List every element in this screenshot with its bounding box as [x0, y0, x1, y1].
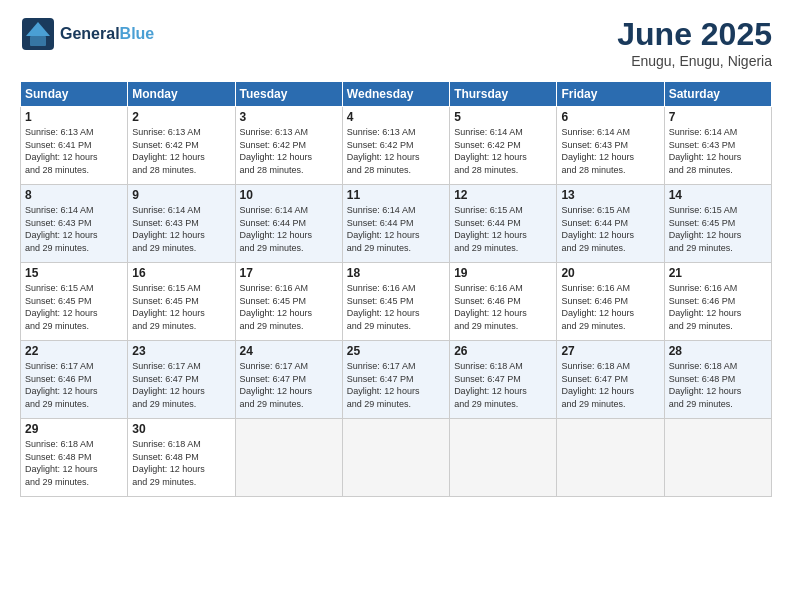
calendar-cell: 11 Sunrise: 6:14 AMSunset: 6:44 PMDaylig… — [342, 185, 449, 263]
cell-info: Sunrise: 6:14 AMSunset: 6:44 PMDaylight:… — [240, 204, 338, 254]
day-number: 14 — [669, 188, 767, 202]
col-friday: Friday — [557, 82, 664, 107]
calendar-cell: 3 Sunrise: 6:13 AMSunset: 6:42 PMDayligh… — [235, 107, 342, 185]
cell-info: Sunrise: 6:14 AMSunset: 6:43 PMDaylight:… — [132, 204, 230, 254]
day-number: 24 — [240, 344, 338, 358]
calendar-cell: 2 Sunrise: 6:13 AMSunset: 6:42 PMDayligh… — [128, 107, 235, 185]
day-number: 12 — [454, 188, 552, 202]
day-number: 2 — [132, 110, 230, 124]
col-wednesday: Wednesday — [342, 82, 449, 107]
cell-info: Sunrise: 6:16 AMSunset: 6:46 PMDaylight:… — [454, 282, 552, 332]
logo-icon — [20, 16, 56, 52]
logo: GeneralBlue — [20, 16, 154, 52]
cell-info: Sunrise: 6:14 AMSunset: 6:44 PMDaylight:… — [347, 204, 445, 254]
day-number: 13 — [561, 188, 659, 202]
cell-info: Sunrise: 6:16 AMSunset: 6:45 PMDaylight:… — [347, 282, 445, 332]
week-row-3: 15 Sunrise: 6:15 AMSunset: 6:45 PMDaylig… — [21, 263, 772, 341]
calendar-cell — [664, 419, 771, 497]
week-row-5: 29 Sunrise: 6:18 AMSunset: 6:48 PMDaylig… — [21, 419, 772, 497]
cell-info: Sunrise: 6:16 AMSunset: 6:46 PMDaylight:… — [669, 282, 767, 332]
calendar-cell — [235, 419, 342, 497]
calendar-cell: 9 Sunrise: 6:14 AMSunset: 6:43 PMDayligh… — [128, 185, 235, 263]
calendar-cell: 24 Sunrise: 6:17 AMSunset: 6:47 PMDaylig… — [235, 341, 342, 419]
day-number: 9 — [132, 188, 230, 202]
calendar-cell: 16 Sunrise: 6:15 AMSunset: 6:45 PMDaylig… — [128, 263, 235, 341]
cell-info: Sunrise: 6:15 AMSunset: 6:45 PMDaylight:… — [132, 282, 230, 332]
week-row-2: 8 Sunrise: 6:14 AMSunset: 6:43 PMDayligh… — [21, 185, 772, 263]
calendar-cell: 13 Sunrise: 6:15 AMSunset: 6:44 PMDaylig… — [557, 185, 664, 263]
day-number: 8 — [25, 188, 123, 202]
cell-info: Sunrise: 6:18 AMSunset: 6:47 PMDaylight:… — [561, 360, 659, 410]
day-number: 6 — [561, 110, 659, 124]
cell-info: Sunrise: 6:14 AMSunset: 6:42 PMDaylight:… — [454, 126, 552, 176]
day-number: 17 — [240, 266, 338, 280]
calendar-table: Sunday Monday Tuesday Wednesday Thursday… — [20, 81, 772, 497]
week-row-1: 1 Sunrise: 6:13 AMSunset: 6:41 PMDayligh… — [21, 107, 772, 185]
cell-info: Sunrise: 6:13 AMSunset: 6:42 PMDaylight:… — [347, 126, 445, 176]
calendar-cell: 4 Sunrise: 6:13 AMSunset: 6:42 PMDayligh… — [342, 107, 449, 185]
day-number: 10 — [240, 188, 338, 202]
col-saturday: Saturday — [664, 82, 771, 107]
day-number: 30 — [132, 422, 230, 436]
month-title: June 2025 — [617, 16, 772, 53]
title-section: June 2025 Enugu, Enugu, Nigeria — [617, 16, 772, 69]
cell-info: Sunrise: 6:18 AMSunset: 6:48 PMDaylight:… — [25, 438, 123, 488]
calendar-cell: 28 Sunrise: 6:18 AMSunset: 6:48 PMDaylig… — [664, 341, 771, 419]
cell-info: Sunrise: 6:14 AMSunset: 6:43 PMDaylight:… — [561, 126, 659, 176]
day-number: 26 — [454, 344, 552, 358]
calendar-cell: 26 Sunrise: 6:18 AMSunset: 6:47 PMDaylig… — [450, 341, 557, 419]
day-number: 15 — [25, 266, 123, 280]
day-number: 22 — [25, 344, 123, 358]
day-number: 25 — [347, 344, 445, 358]
calendar-cell: 15 Sunrise: 6:15 AMSunset: 6:45 PMDaylig… — [21, 263, 128, 341]
cell-info: Sunrise: 6:15 AMSunset: 6:45 PMDaylight:… — [25, 282, 123, 332]
calendar-cell: 6 Sunrise: 6:14 AMSunset: 6:43 PMDayligh… — [557, 107, 664, 185]
calendar-cell: 8 Sunrise: 6:14 AMSunset: 6:43 PMDayligh… — [21, 185, 128, 263]
page-container: GeneralBlue June 2025 Enugu, Enugu, Nige… — [0, 0, 792, 507]
day-number: 16 — [132, 266, 230, 280]
calendar-cell: 14 Sunrise: 6:15 AMSunset: 6:45 PMDaylig… — [664, 185, 771, 263]
calendar-cell — [450, 419, 557, 497]
day-number: 1 — [25, 110, 123, 124]
cell-info: Sunrise: 6:17 AMSunset: 6:47 PMDaylight:… — [240, 360, 338, 410]
day-number: 19 — [454, 266, 552, 280]
cell-info: Sunrise: 6:18 AMSunset: 6:48 PMDaylight:… — [132, 438, 230, 488]
calendar-cell — [557, 419, 664, 497]
svg-rect-2 — [30, 36, 46, 46]
calendar-cell: 20 Sunrise: 6:16 AMSunset: 6:46 PMDaylig… — [557, 263, 664, 341]
header-row: Sunday Monday Tuesday Wednesday Thursday… — [21, 82, 772, 107]
cell-info: Sunrise: 6:18 AMSunset: 6:47 PMDaylight:… — [454, 360, 552, 410]
cell-info: Sunrise: 6:14 AMSunset: 6:43 PMDaylight:… — [25, 204, 123, 254]
calendar-cell: 27 Sunrise: 6:18 AMSunset: 6:47 PMDaylig… — [557, 341, 664, 419]
cell-info: Sunrise: 6:13 AMSunset: 6:42 PMDaylight:… — [240, 126, 338, 176]
cell-info: Sunrise: 6:17 AMSunset: 6:47 PMDaylight:… — [347, 360, 445, 410]
cell-info: Sunrise: 6:15 AMSunset: 6:45 PMDaylight:… — [669, 204, 767, 254]
calendar-cell: 18 Sunrise: 6:16 AMSunset: 6:45 PMDaylig… — [342, 263, 449, 341]
cell-info: Sunrise: 6:16 AMSunset: 6:46 PMDaylight:… — [561, 282, 659, 332]
col-sunday: Sunday — [21, 82, 128, 107]
day-number: 23 — [132, 344, 230, 358]
calendar-cell: 5 Sunrise: 6:14 AMSunset: 6:42 PMDayligh… — [450, 107, 557, 185]
calendar-cell — [342, 419, 449, 497]
calendar-cell: 30 Sunrise: 6:18 AMSunset: 6:48 PMDaylig… — [128, 419, 235, 497]
col-tuesday: Tuesday — [235, 82, 342, 107]
cell-info: Sunrise: 6:13 AMSunset: 6:42 PMDaylight:… — [132, 126, 230, 176]
day-number: 29 — [25, 422, 123, 436]
cell-info: Sunrise: 6:13 AMSunset: 6:41 PMDaylight:… — [25, 126, 123, 176]
header: GeneralBlue June 2025 Enugu, Enugu, Nige… — [20, 16, 772, 69]
cell-info: Sunrise: 6:14 AMSunset: 6:43 PMDaylight:… — [669, 126, 767, 176]
calendar-cell: 25 Sunrise: 6:17 AMSunset: 6:47 PMDaylig… — [342, 341, 449, 419]
cell-info: Sunrise: 6:16 AMSunset: 6:45 PMDaylight:… — [240, 282, 338, 332]
calendar-cell: 1 Sunrise: 6:13 AMSunset: 6:41 PMDayligh… — [21, 107, 128, 185]
cell-info: Sunrise: 6:15 AMSunset: 6:44 PMDaylight:… — [561, 204, 659, 254]
day-number: 27 — [561, 344, 659, 358]
calendar-cell: 22 Sunrise: 6:17 AMSunset: 6:46 PMDaylig… — [21, 341, 128, 419]
cell-info: Sunrise: 6:15 AMSunset: 6:44 PMDaylight:… — [454, 204, 552, 254]
col-monday: Monday — [128, 82, 235, 107]
cell-info: Sunrise: 6:17 AMSunset: 6:46 PMDaylight:… — [25, 360, 123, 410]
day-number: 3 — [240, 110, 338, 124]
day-number: 21 — [669, 266, 767, 280]
calendar-cell: 10 Sunrise: 6:14 AMSunset: 6:44 PMDaylig… — [235, 185, 342, 263]
day-number: 5 — [454, 110, 552, 124]
day-number: 7 — [669, 110, 767, 124]
